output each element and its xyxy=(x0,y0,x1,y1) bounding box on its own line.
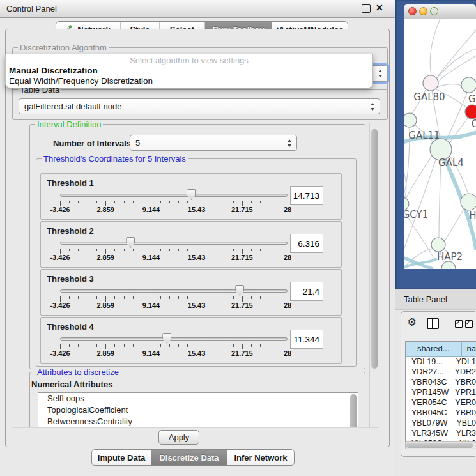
slider-tick-label: 21.715 xyxy=(231,302,253,309)
threshold-slider-track[interactable] xyxy=(60,337,288,341)
network-node[interactable] xyxy=(465,105,476,119)
slider-tick xyxy=(224,296,224,299)
attributes-list-scrollbar[interactable] xyxy=(350,394,357,428)
slider-tick xyxy=(206,249,206,251)
table-data-combobox[interactable]: galFiltered.sif default node xyxy=(19,98,380,114)
cell-name[interactable]: YBL0 xyxy=(452,418,476,428)
column-selector-icon[interactable] xyxy=(427,318,439,329)
threshold-value-field[interactable] xyxy=(290,330,323,349)
tab-impute-data[interactable]: Impute Data xyxy=(92,450,151,465)
popup-item-equal-width-frequency[interactable]: Equal Width/Frequency Discretization xyxy=(9,76,153,86)
threshold-value-field[interactable] xyxy=(290,234,323,253)
table-horizontal-scrollbar[interactable] xyxy=(405,441,476,449)
slider-tick-label: 21.715 xyxy=(231,349,253,357)
settings-scrollbar-thumb[interactable] xyxy=(371,129,378,369)
slider-tick xyxy=(169,344,170,347)
attribute-list-item[interactable]: TopologicalCoefficient xyxy=(38,404,358,416)
threshold-value-field[interactable] xyxy=(290,186,323,205)
network-node[interactable] xyxy=(404,197,409,210)
network-node[interactable] xyxy=(461,194,476,210)
number-of-intervals-label: Number of Intervals xyxy=(53,139,131,148)
slider-tick xyxy=(251,249,252,251)
threshold-slider-track[interactable] xyxy=(60,194,288,197)
slider-tick xyxy=(69,201,70,203)
popup-item-manual-discretization[interactable]: Manual Discretization xyxy=(9,66,98,75)
cell-shared-name[interactable]: YDR27... xyxy=(406,367,451,377)
network-canvas[interactable]: GAL80GACGAL11GAL4GCY1HHAP2 xyxy=(404,19,476,269)
threshold-slider-thumb[interactable] xyxy=(126,237,135,248)
slider-tick xyxy=(160,344,161,347)
network-node[interactable] xyxy=(461,77,476,93)
mac-minimize-icon[interactable] xyxy=(419,7,427,15)
threshold-panel: Threshold 3-3.4262.8599.14415.4321.71528 xyxy=(40,269,342,316)
tab-discretize-data[interactable]: Discretize Data xyxy=(151,450,227,465)
close-icon[interactable]: ✕ xyxy=(376,3,383,13)
threshold-value-field[interactable] xyxy=(290,282,323,301)
slider-tick xyxy=(78,201,79,203)
threshold-slider-track[interactable] xyxy=(60,242,288,245)
cell-name[interactable]: YER0 xyxy=(451,397,476,408)
slider-tick xyxy=(270,201,270,203)
cell-name[interactable]: YBR0 xyxy=(451,408,476,418)
cell-shared-name[interactable]: YBR043C xyxy=(406,377,451,387)
threshold-slider-thumb[interactable] xyxy=(235,285,244,296)
number-of-intervals-combobox[interactable]: 5 xyxy=(130,135,297,151)
slider-tick-label: 9.144 xyxy=(142,302,160,309)
table-row[interactable]: YBR043CYBR0 xyxy=(406,377,476,387)
mac-zoom-icon[interactable] xyxy=(430,7,438,15)
checkbox-icon[interactable] xyxy=(465,320,473,328)
numerical-attributes-list[interactable]: SelfLoopsTopologicalCoefficientBetweenne… xyxy=(38,392,358,428)
network-node[interactable] xyxy=(404,113,417,127)
float-window-icon[interactable] xyxy=(362,4,371,13)
table-row[interactable]: YLR345WYLR3 xyxy=(406,428,476,438)
settings-viewport: Interval Definition Number of Intervals … xyxy=(12,121,379,428)
mac-close-icon[interactable] xyxy=(408,7,417,15)
slider-tick xyxy=(142,296,142,299)
table-hscrollbar-thumb[interactable] xyxy=(406,443,473,448)
cell-name[interactable]: YLR3 xyxy=(452,428,476,438)
slider-tick xyxy=(233,201,234,203)
cell-shared-name[interactable]: YBL079W xyxy=(406,418,452,428)
table-row[interactable]: YDR27...YDR2 xyxy=(406,367,476,377)
table-row[interactable]: YER054CYER0 xyxy=(406,397,476,408)
threshold-slider-track[interactable] xyxy=(60,289,288,293)
slider-tick xyxy=(197,344,197,349)
cell-shared-name[interactable]: YBR045C xyxy=(406,408,451,418)
slider-tick xyxy=(169,296,170,299)
table-row[interactable]: YBL079WYBL0 xyxy=(406,418,476,428)
slider-tick xyxy=(105,344,106,349)
slider-tick xyxy=(142,201,142,203)
cell-shared-name[interactable]: YER054C xyxy=(406,397,451,408)
settings-scrollbar[interactable] xyxy=(369,123,380,427)
cell-shared-name[interactable]: YDL19... xyxy=(406,357,452,367)
number-of-intervals-value: 5 xyxy=(135,138,140,148)
tab-infer-network[interactable]: Infer Network xyxy=(227,450,294,465)
column-header-name[interactable]: na xyxy=(462,342,476,356)
network-node[interactable] xyxy=(431,238,445,252)
attribute-list-item[interactable]: BetweennessCentrality xyxy=(38,416,358,427)
attribute-list-item[interactable]: SelfLoops xyxy=(38,393,358,404)
cell-shared-name[interactable]: YLR345W xyxy=(406,428,452,438)
apply-button-label: Apply xyxy=(169,433,190,442)
slider-tick xyxy=(60,344,61,349)
apply-button[interactable]: Apply xyxy=(158,430,199,445)
network-node[interactable] xyxy=(423,75,438,91)
threshold-slider-thumb[interactable] xyxy=(187,189,196,200)
cell-name[interactable]: YBR0 xyxy=(451,377,476,387)
column-header-shared-name[interactable]: shared... xyxy=(406,342,462,356)
table-row[interactable]: YPR145WYPR1 xyxy=(406,387,476,397)
threshold-panel: Threshold 1-3.4262.8599.14415.4321.71528 xyxy=(40,173,342,220)
cell-name[interactable]: YDR2 xyxy=(451,367,476,377)
table-row[interactable]: YBR045CYBR0 xyxy=(406,408,476,418)
cell-name[interactable]: YPR1 xyxy=(451,387,476,397)
slider-tick xyxy=(96,296,97,299)
table-row[interactable]: YDL19...YDL1 xyxy=(406,357,476,367)
checkbox-icon[interactable] xyxy=(455,320,463,328)
gear-icon[interactable]: ⚙ xyxy=(407,316,417,328)
threshold-slider-thumb[interactable] xyxy=(162,333,171,344)
table-panel-title: Table Panel xyxy=(404,295,447,304)
slider-tick xyxy=(160,296,161,299)
cell-shared-name[interactable]: YPR145W xyxy=(406,387,451,397)
cell-name[interactable]: YDL1 xyxy=(452,357,476,367)
slider-tick-label: 21.715 xyxy=(231,254,253,261)
